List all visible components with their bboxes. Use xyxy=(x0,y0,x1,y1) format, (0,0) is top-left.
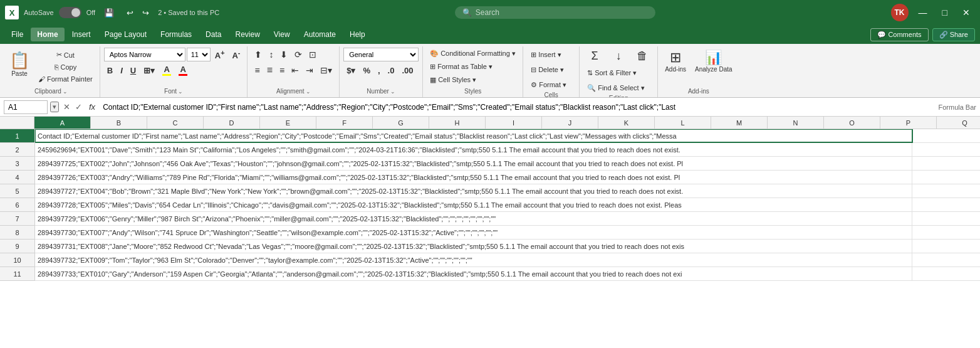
cell-ref-expand-button[interactable]: ▾ xyxy=(50,102,59,112)
col-header-P[interactable]: P xyxy=(880,117,937,129)
menu-review[interactable]: Review xyxy=(229,28,266,41)
cell-A7[interactable]: 2894397729;"EXT006";"Genry";"Miller";"98… xyxy=(35,212,912,225)
search-box[interactable]: 🔍 xyxy=(455,6,655,19)
format-painter-button[interactable]: 🖌 Format Painter xyxy=(35,73,96,85)
clear-button[interactable]: 🗑 xyxy=(631,48,654,65)
cell-A5[interactable]: 2894397727;"EXT004";"Bob";"Brown";"321 M… xyxy=(35,184,912,198)
row-header-3[interactable]: 3 xyxy=(0,157,34,171)
col-header-B[interactable]: B xyxy=(91,117,147,129)
increase-indent-button[interactable]: ⇥ xyxy=(303,63,316,77)
cell-A11[interactable]: 2894397733;"EXT010";"Gary";"Anderson";"1… xyxy=(35,267,912,280)
align-top-button[interactable]: ⬆ xyxy=(251,48,265,61)
menu-view[interactable]: View xyxy=(268,28,296,41)
fill-color-button[interactable]: A xyxy=(159,63,174,77)
fill-button[interactable]: ↓ xyxy=(607,48,630,65)
format-cells-button[interactable]: ⚙ Format ▾ xyxy=(527,78,575,92)
minimize-button[interactable]: — xyxy=(914,6,932,19)
row-header-6[interactable]: 6 xyxy=(0,198,34,212)
row-header-7[interactable]: 7 xyxy=(0,212,34,226)
align-right-button[interactable]: ≡ xyxy=(276,63,288,77)
formula-input[interactable] xyxy=(100,102,936,113)
align-middle-button[interactable]: ↕ xyxy=(266,48,276,61)
cell-A4[interactable]: 2894397726;"EXT003";"Andry";"Williams";"… xyxy=(35,171,912,184)
align-left-button[interactable]: ≡ xyxy=(251,63,263,77)
currency-button[interactable]: $▾ xyxy=(343,63,358,77)
cell-A6[interactable]: 2894397728;"EXT005";"Miles";"Davis";"654… xyxy=(35,198,912,211)
cancel-formula-button[interactable]: ✕ xyxy=(61,100,72,114)
increase-decimal-button[interactable]: .00 xyxy=(399,63,416,77)
italic-button[interactable]: I xyxy=(117,63,126,77)
undo-button[interactable]: ↩ xyxy=(123,7,137,19)
copy-button[interactable]: ⎘ Copy xyxy=(35,61,96,73)
insert-cells-button[interactable]: ⊞ Insert ▾ xyxy=(527,48,575,61)
col-header-A[interactable]: A xyxy=(34,117,91,129)
alignment-expand-icon[interactable]: ⌄ xyxy=(306,88,311,95)
col-header-E[interactable]: E xyxy=(260,117,316,129)
cell-A8[interactable]: 2894397730;"EXT007";"Andy";"Wilson";"741… xyxy=(35,226,912,239)
number-format-select[interactable]: General xyxy=(343,48,419,61)
sort-filter-button[interactable]: ⇅ Sort & Filter ▾ xyxy=(583,66,654,80)
row-header-5[interactable]: 5 xyxy=(0,184,34,198)
row-header-4[interactable]: 4 xyxy=(0,171,34,184)
menu-formulas[interactable]: Formulas xyxy=(154,28,198,41)
cut-button[interactable]: ✂ Cut xyxy=(35,49,96,61)
col-header-O[interactable]: O xyxy=(824,117,880,129)
row-header-9[interactable]: 9 xyxy=(0,240,34,253)
clipboard-expand-icon[interactable]: ⌄ xyxy=(63,88,68,95)
save-button[interactable]: 💾 xyxy=(100,7,118,19)
comments-button[interactable]: 💬 Comments xyxy=(870,28,928,41)
col-header-H[interactable]: H xyxy=(429,117,486,129)
autosum-button[interactable]: Σ xyxy=(583,48,606,65)
font-family-select[interactable]: Aptos Narrow xyxy=(104,48,185,61)
font-shrink-button[interactable]: A- xyxy=(229,48,243,61)
cell-A9[interactable]: 2894397731;"EXT008";"Jane";"Moore";"852 … xyxy=(35,240,912,253)
angle-text-button[interactable]: ⟳ xyxy=(291,48,305,61)
col-header-N[interactable]: N xyxy=(768,117,824,129)
share-button[interactable]: 🔗 Share xyxy=(932,28,975,41)
col-header-M[interactable]: M xyxy=(711,117,768,129)
menu-page-layout[interactable]: Page Layout xyxy=(98,28,153,41)
confirm-formula-button[interactable]: ✓ xyxy=(73,100,84,114)
cell-reference-input[interactable] xyxy=(4,100,48,114)
menu-file[interactable]: File xyxy=(5,28,29,41)
menu-automate[interactable]: Automate xyxy=(298,28,342,41)
align-center-button[interactable]: ≡ xyxy=(264,63,276,77)
col-header-C[interactable]: C xyxy=(147,117,204,129)
comma-button[interactable]: , xyxy=(375,63,383,77)
close-button[interactable]: ✕ xyxy=(957,6,975,19)
menu-home[interactable]: Home xyxy=(31,28,64,41)
row-header-1[interactable]: 1 xyxy=(0,129,34,143)
format-as-table-button[interactable]: ⊞ Format as Table ▾ xyxy=(427,61,519,73)
add-ins-button[interactable]: ⊞ Add-ins xyxy=(662,48,689,75)
font-size-select[interactable]: 11 xyxy=(187,48,211,61)
font-color-button[interactable]: A xyxy=(175,63,190,77)
row-header-2[interactable]: 2 xyxy=(0,143,34,157)
cell-A2[interactable]: 2459629694;"EXT001";"Dave";"Smith";"123 … xyxy=(35,143,912,156)
number-expand-icon[interactable]: ⌄ xyxy=(390,88,395,95)
col-header-I[interactable]: I xyxy=(486,117,542,129)
redo-button[interactable]: ↪ xyxy=(138,7,153,19)
align-bottom-button[interactable]: ⬇ xyxy=(277,48,291,61)
col-header-K[interactable]: K xyxy=(598,117,655,129)
row-header-11[interactable]: 11 xyxy=(0,267,34,281)
col-header-L[interactable]: L xyxy=(655,117,711,129)
borders-button[interactable]: ⊞▾ xyxy=(140,63,158,77)
corner-cell[interactable] xyxy=(0,117,34,129)
find-select-button[interactable]: 🔍 Find & Select ▾ xyxy=(583,81,654,95)
col-header-Q[interactable]: Q xyxy=(937,117,980,129)
col-header-G[interactable]: G xyxy=(373,117,429,129)
font-grow-button[interactable]: A+ xyxy=(212,48,228,61)
bold-button[interactable]: B xyxy=(104,63,116,77)
col-header-D[interactable]: D xyxy=(204,117,260,129)
row-header-8[interactable]: 8 xyxy=(0,226,34,240)
menu-insert[interactable]: Insert xyxy=(66,28,97,41)
underline-button[interactable]: U xyxy=(127,63,139,77)
percent-button[interactable]: % xyxy=(360,63,373,77)
wrap-text-button[interactable]: ⊡ xyxy=(306,48,320,61)
delete-cells-button[interactable]: ⊟ Delete ▾ xyxy=(527,63,575,76)
merge-center-button[interactable]: ⊟▾ xyxy=(317,63,335,77)
menu-data[interactable]: Data xyxy=(199,28,227,41)
col-header-J[interactable]: J xyxy=(542,117,598,129)
conditional-formatting-button[interactable]: 🎨 Conditional Formatting ▾ xyxy=(427,48,519,60)
search-input[interactable] xyxy=(476,8,648,17)
